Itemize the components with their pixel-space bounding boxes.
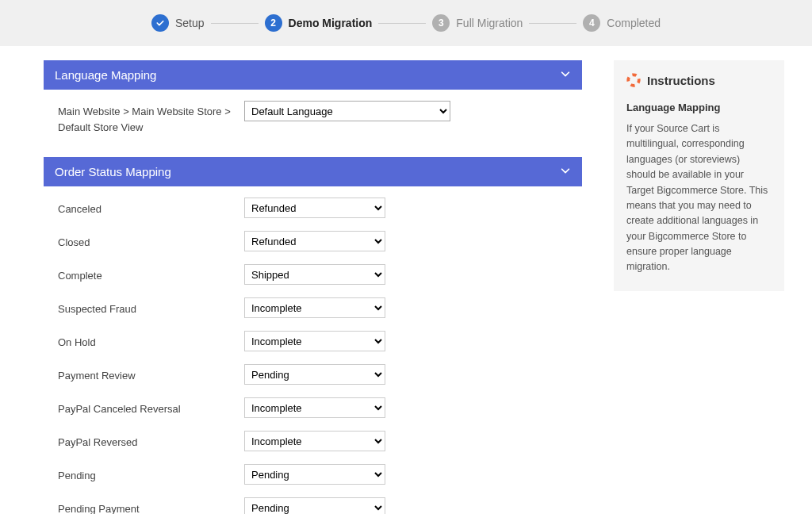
section-title: Order Status Mapping xyxy=(55,165,171,178)
chevron-down-icon xyxy=(560,68,571,82)
status-label: Complete xyxy=(58,265,244,284)
status-label: PayPal Reversed xyxy=(58,432,244,451)
language-mapping-header[interactable]: Language Mapping xyxy=(44,60,582,90)
language-row-label: Main Website > Main Website Store > Defa… xyxy=(58,101,244,135)
status-select[interactable]: Incomplete xyxy=(244,397,385,418)
instructions-subtitle: Language Mapping xyxy=(626,102,772,113)
status-label: PayPal Canceled Reversal xyxy=(58,398,244,417)
status-row: On HoldIncomplete xyxy=(58,331,568,351)
instructions-body: If your Source Cart is multilingual, cor… xyxy=(626,121,772,275)
status-select[interactable]: Refunded xyxy=(244,231,385,251)
step-number: 3 xyxy=(432,14,450,32)
status-label: Pending xyxy=(58,465,244,484)
instructions-title: Instructions xyxy=(647,74,715,87)
step-number: 2 xyxy=(265,14,282,32)
step-setup[interactable]: Setup xyxy=(151,14,205,32)
instructions-panel: Instructions Language Mapping If your So… xyxy=(614,60,784,291)
step-divider xyxy=(211,23,259,24)
status-select[interactable]: Incomplete xyxy=(244,297,385,318)
language-mapping-body: Main Website > Main Website Store > Defa… xyxy=(44,90,582,157)
status-label: Closed xyxy=(58,232,244,251)
status-row: PendingPending xyxy=(58,464,568,485)
svg-point-0 xyxy=(628,75,639,86)
status-select[interactable]: Refunded xyxy=(244,198,385,218)
status-label: Canceled xyxy=(58,198,244,217)
stepper: Setup 2 Demo Migration 3 Full Migration … xyxy=(0,0,812,46)
status-label: On Hold xyxy=(58,332,244,351)
lifebuoy-icon xyxy=(626,73,641,87)
step-number: 4 xyxy=(583,14,600,32)
content: Language Mapping Main Website > Main Web… xyxy=(0,46,812,514)
step-label: Completed xyxy=(607,17,661,29)
chevron-down-icon xyxy=(560,165,571,178)
main-column: Language Mapping Main Website > Main Web… xyxy=(44,60,582,514)
instructions-header: Instructions xyxy=(626,73,772,87)
status-select[interactable]: Pending xyxy=(244,464,385,485)
status-select[interactable]: Incomplete xyxy=(244,331,385,351)
step-divider xyxy=(529,23,576,24)
check-icon xyxy=(151,14,169,32)
step-label: Setup xyxy=(175,17,205,29)
status-label: Payment Review xyxy=(58,365,244,384)
status-select[interactable]: Shipped xyxy=(244,264,385,285)
status-select[interactable]: Pending xyxy=(244,364,385,385)
step-demo-migration[interactable]: 2 Demo Migration xyxy=(265,14,373,32)
step-label: Full Migration xyxy=(456,17,523,29)
status-row: PayPal Canceled ReversalIncomplete xyxy=(58,397,568,418)
status-select[interactable]: Pending xyxy=(244,497,385,514)
status-row: Payment ReviewPending xyxy=(58,364,568,385)
language-select[interactable]: Default Language xyxy=(244,101,450,121)
status-row: PayPal ReversedIncomplete xyxy=(58,431,568,451)
status-select[interactable]: Incomplete xyxy=(244,431,385,451)
step-label: Demo Migration xyxy=(289,17,373,29)
status-row: Pending PaymentPending xyxy=(58,497,568,514)
status-row: CanceledRefunded xyxy=(58,198,568,218)
status-row: Suspected FraudIncomplete xyxy=(58,297,568,318)
step-completed[interactable]: 4 Completed xyxy=(583,14,661,32)
status-row: CompleteShipped xyxy=(58,264,568,285)
language-row: Main Website > Main Website Store > Defa… xyxy=(58,101,568,135)
order-status-mapping-header[interactable]: Order Status Mapping xyxy=(44,157,582,186)
status-row: ClosedRefunded xyxy=(58,231,568,251)
status-label: Pending Payment xyxy=(58,498,244,514)
order-status-mapping-body: CanceledRefundedClosedRefundedCompleteSh… xyxy=(44,186,582,514)
step-divider xyxy=(378,23,426,24)
section-title: Language Mapping xyxy=(55,68,156,82)
step-full-migration[interactable]: 3 Full Migration xyxy=(432,14,523,32)
status-label: Suspected Fraud xyxy=(58,298,244,317)
